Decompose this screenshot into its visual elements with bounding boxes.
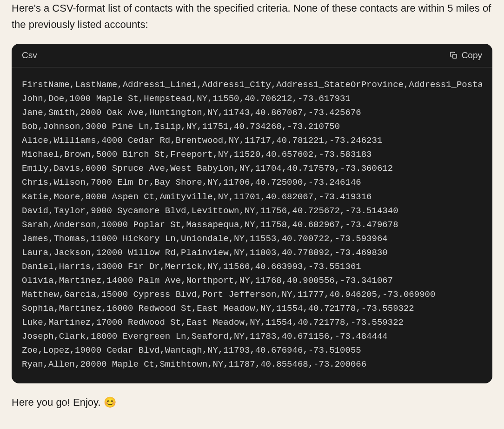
code-content[interactable]: FirstName,LastName,Address1_Line1,Addres… — [22, 78, 482, 375]
svg-rect-0 — [452, 54, 456, 58]
outro-paragraph: Here you go! Enjoy. 😊 — [12, 396, 492, 409]
outro-text: Here you go! Enjoy. — [12, 396, 101, 409]
code-block-container: Csv Copy FirstName,LastName,Address1_Lin… — [12, 44, 492, 383]
copy-button-label: Copy — [462, 50, 482, 60]
copy-button[interactable]: Copy — [450, 50, 482, 60]
code-language-label: Csv — [22, 50, 37, 60]
intro-paragraph: Here's a CSV-format list of contacts wit… — [12, 0, 492, 33]
copy-icon — [450, 51, 458, 60]
smile-emoji-icon: 😊 — [104, 396, 116, 409]
code-content-wrapper: FirstName,LastName,Address1_Line1,Addres… — [12, 67, 492, 383]
code-block-header: Csv Copy — [12, 44, 492, 67]
